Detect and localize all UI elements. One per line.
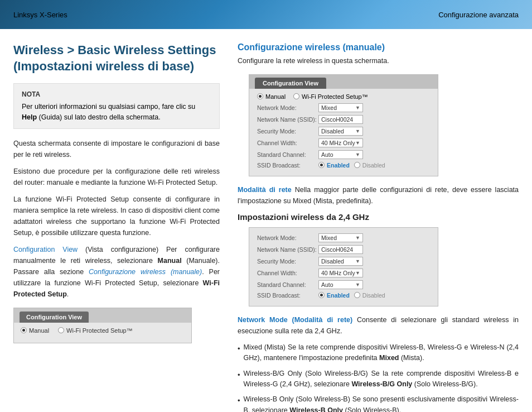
form-row-ssid-broadcast2: SSID Broadcast: Enabled Disabled bbox=[257, 292, 430, 299]
bullet-bold-1: Mixed bbox=[379, 354, 399, 362]
form-select-security[interactable]: Disabled▼ bbox=[318, 127, 363, 136]
form-row-network-mode2: Network Mode: Mixed▼ bbox=[257, 233, 430, 242]
note-label: NOTA bbox=[22, 89, 211, 99]
form-row-channel-width: Channel Width: 40 MHz Only▼ bbox=[257, 138, 430, 147]
config-radio-row: Manual Wi-Fi Protected Setup™ bbox=[21, 327, 185, 334]
bullet-item-2: • Wireless-B/G Only (Solo Wireless-B/G) … bbox=[238, 368, 519, 390]
form-row-network-mode: Network Mode: Mixed▼ bbox=[257, 103, 430, 112]
router-body-top: Manual Wi-Fi Protected Setup™ Network Mo… bbox=[249, 89, 438, 176]
bullet-item-3: • Wireless-B Only (Solo Wireless-B) Se s… bbox=[238, 394, 519, 412]
form-value-ssid2[interactable]: CiscoH0624 bbox=[318, 245, 363, 254]
form-label-ssid-broadcast2: SSID Broadcast: bbox=[257, 292, 318, 299]
form-label-security2: Security Mode: bbox=[257, 258, 318, 265]
right-section-subtitle: Configurare la rete wireless in questa s… bbox=[238, 56, 519, 66]
modalita-rete-desc: Modalità di rete Nella maggior parte del… bbox=[238, 184, 519, 207]
config-body: Manual Wi-Fi Protected Setup™ bbox=[14, 323, 191, 343]
bullet-dot-2: • bbox=[238, 370, 240, 390]
router-body-bottom: Network Mode: Mixed▼ Network Name (SSID)… bbox=[249, 228, 438, 306]
bullet-text-1: Mixed (Mista) Se la rete comprende dispo… bbox=[244, 342, 519, 364]
form-select-security2[interactable]: Disabled▼ bbox=[318, 257, 363, 266]
form-row-security2: Security Mode: Disabled▼ bbox=[257, 257, 430, 266]
para4: Configuration View (Vista configurazione… bbox=[13, 244, 220, 300]
bullet-text-2: Wireless-B/G Only (Solo Wireless-B/G) Se… bbox=[244, 368, 519, 390]
router-screenshot-bottom: Network Mode: Mixed▼ Network Name (SSID)… bbox=[249, 227, 438, 306]
form-label-network-mode: Network Mode: bbox=[257, 104, 318, 111]
router-radio-dot-manual bbox=[257, 93, 263, 99]
radio-manual[interactable]: Manual bbox=[21, 327, 49, 334]
para3: La funzione Wi-Fi Protected Setup consen… bbox=[13, 194, 220, 238]
ssid-disabled-dot2 bbox=[354, 292, 360, 298]
header-section: Configurazione avanzata bbox=[438, 11, 519, 19]
router-radio-row: Manual Wi-Fi Protected Setup™ bbox=[257, 93, 430, 100]
page-title: Wireless > Basic Wireless Settings(Impos… bbox=[13, 42, 220, 74]
form-label-ssid: Network Name (SSID): bbox=[257, 116, 318, 123]
radio-dot-manual bbox=[21, 327, 27, 333]
network-mode-desc: Network Mode (Modalità di rete) Consente… bbox=[238, 314, 519, 337]
ssid-broadcast-options2: Enabled Disabled bbox=[318, 292, 385, 299]
bullet-link-1: Mixed bbox=[244, 343, 262, 351]
ssid-disabled-radio[interactable]: Disabled bbox=[354, 162, 385, 169]
form-row-ssid: Network Name (SSID): CiscoH0024 bbox=[257, 115, 430, 124]
network-mode-title: Network Mode (Modalità di rete) bbox=[238, 316, 352, 324]
main-content: Wireless > Basic Wireless Settings(Impos… bbox=[0, 29, 532, 412]
ssid-enabled-label2: Enabled bbox=[327, 292, 350, 299]
form-select-channel-width2[interactable]: 40 MHz Only▼ bbox=[318, 269, 363, 277]
ssid-enabled-radio2[interactable]: Enabled bbox=[318, 292, 350, 299]
form-value-ssid[interactable]: CiscoH0024 bbox=[318, 115, 363, 124]
ssid-disabled-radio2[interactable]: Disabled bbox=[354, 292, 385, 299]
ssid-broadcast-options: Enabled Disabled bbox=[318, 162, 385, 169]
router-screenshot-top: Configuration View Manual Wi-Fi Protecte… bbox=[249, 74, 438, 176]
config-tab: Configuration View bbox=[20, 312, 89, 323]
bullet-list: • Mixed (Mista) Se la rete comprende dis… bbox=[238, 342, 519, 412]
ssid-disabled-label: Disabled bbox=[362, 162, 385, 169]
form-select-network-mode[interactable]: Mixed▼ bbox=[318, 103, 363, 112]
page-header: Linksys X-Series Configurazione avanzata bbox=[0, 0, 532, 29]
router-radio-wifi[interactable]: Wi-Fi Protected Setup™ bbox=[293, 93, 368, 100]
router-radio-manual[interactable]: Manual bbox=[257, 93, 286, 100]
ssid-enabled-dot bbox=[318, 162, 325, 168]
form-row-standard-channel2: Standard Channel: Auto▼ bbox=[257, 280, 430, 289]
ssid-enabled-dot2 bbox=[318, 292, 325, 298]
config-wireless-italic: Configurazione wireless (manuale) bbox=[89, 268, 202, 276]
form-select-standard-channel[interactable]: Auto▼ bbox=[318, 150, 363, 159]
router-radio-dot-wifi bbox=[293, 93, 299, 99]
form-select-standard-channel2[interactable]: Auto▼ bbox=[318, 280, 363, 289]
radio-wifi-protected[interactable]: Wi-Fi Protected Setup™ bbox=[58, 327, 133, 334]
para2: Esistono due procedure per la configuraz… bbox=[13, 166, 220, 188]
para1: Questa schermata consente di impostare l… bbox=[13, 138, 220, 160]
ssid-enabled-radio[interactable]: Enabled bbox=[318, 162, 350, 169]
form-select-network-mode2[interactable]: Mixed▼ bbox=[318, 233, 363, 242]
header-brand: Linksys X-Series bbox=[13, 11, 67, 19]
bullet-text-3: Wireless-B Only (Solo Wireless-B) Se son… bbox=[244, 394, 519, 412]
form-row-channel-width2: Channel Width: 40 MHz Only▼ bbox=[257, 269, 430, 277]
bullet-link-3: Wireless-B Only (Solo Wireless-B) bbox=[244, 395, 350, 403]
router-tab-top: Configuration View bbox=[255, 78, 326, 89]
bullet-bold-2: Wireless-B/G Only bbox=[351, 380, 412, 388]
manual-bold: Manual bbox=[158, 257, 182, 265]
form-row-ssid2: Network Name (SSID): CiscoH0624 bbox=[257, 245, 430, 254]
form-label-channel-width2: Channel Width: bbox=[257, 270, 318, 276]
form-label-security: Security Mode: bbox=[257, 128, 318, 135]
form-label-standard-channel2: Standard Channel: bbox=[257, 281, 318, 288]
bullet-bold-3: Wireless-B Only bbox=[289, 406, 343, 412]
config-tab-bar: Configuration View bbox=[14, 308, 191, 323]
note-text-prefix: Per ulteriori informazioni su qualsiasi … bbox=[22, 103, 195, 111]
bullet-link-2: Wireless-B/G Only (Solo Wireless-B/G) bbox=[244, 370, 368, 377]
router-radio-manual-label: Manual bbox=[265, 93, 286, 100]
form-row-standard-channel: Standard Channel: Auto▼ bbox=[257, 150, 430, 159]
config-view-link[interactable]: Configuration View bbox=[13, 246, 78, 253]
right-column: Configurazione wireless (manuale) Config… bbox=[238, 42, 519, 412]
form-select-channel-width[interactable]: 40 MHz Only▼ bbox=[318, 138, 363, 147]
radio-manual-label: Manual bbox=[29, 327, 49, 334]
subsection-title: Impostazioni wireless da 2,4 GHz bbox=[238, 212, 519, 222]
note-text-suffix: (Guida) sul lato destro della schermata. bbox=[37, 113, 161, 121]
bullet-item-1: • Mixed (Mista) Se la rete comprende dis… bbox=[238, 342, 519, 364]
right-section-title: Configurazione wireless (manuale) bbox=[238, 42, 519, 52]
form-label-ssid-broadcast: SSID Broadcast: bbox=[257, 162, 318, 169]
bullet-dot-3: • bbox=[238, 395, 240, 412]
config-screenshot-small: Configuration View Manual Wi-Fi Protecte… bbox=[13, 308, 192, 343]
form-row-security: Security Mode: Disabled▼ bbox=[257, 127, 430, 136]
form-label-network-mode2: Network Mode: bbox=[257, 234, 318, 241]
form-label-ssid2: Network Name (SSID): bbox=[257, 246, 318, 253]
form-label-standard-channel: Standard Channel: bbox=[257, 151, 318, 158]
